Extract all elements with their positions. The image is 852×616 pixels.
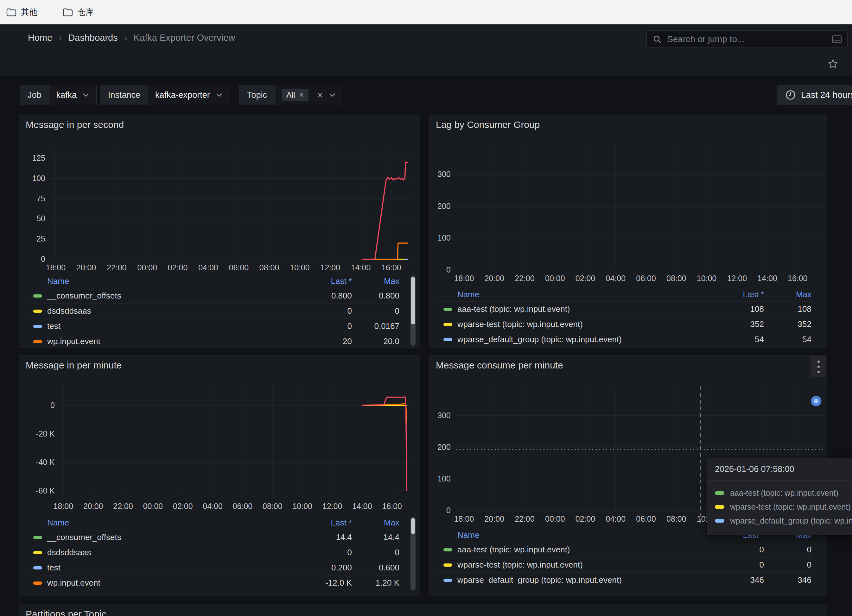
legend-series-name[interactable]: dsdsddsaas [47,306,91,316]
topic-clear-icon[interactable]: × [317,90,323,100]
keyboard-shortcut-icon [832,35,841,43]
panel-title: Message in per minute [26,360,122,371]
kebab-icon [817,366,820,368]
legend-header-name[interactable]: Name [436,290,710,300]
instance-value: kafka-exporter [155,90,210,100]
legend-header-max[interactable]: Max [352,276,399,286]
chart-tooltip: 2026-01-06 07:58:00 aaa-test (topic: wp.… [707,458,852,535]
breadcrumb-dashboards[interactable]: Dashboards [68,33,118,43]
legend-series-name[interactable]: dsdsddsaas [47,548,91,557]
topic-select[interactable]: All × × [275,85,343,105]
legend-series[interactable]: dsdsddsaas [26,548,298,557]
legend-last-value: 346 [710,575,764,585]
variable-control-job: Job kafka [20,85,97,105]
x-axis-label: 18:00 [41,263,70,272]
legend-series[interactable]: test [26,563,298,572]
legend-header-name[interactable]: Name [436,530,710,540]
legend-scrollbar[interactable] [411,517,415,590]
legend-message-consume-per-minute: NameLast *Maxaaa-test (topic: wp.input.e… [436,528,811,587]
legend-series-name[interactable]: test [47,321,60,331]
legend-series-name[interactable]: wparse_default_group (topic: wp.input.ev… [457,334,622,344]
topic-pill-label: All [286,90,295,100]
legend-series-name[interactable]: __consumer_offsets [47,291,121,301]
legend-series-name[interactable]: wparse_default_group (topic: wp.input.ev… [457,575,622,585]
x-axis-label: 18:00 [449,274,479,283]
legend-header-name[interactable]: Name [26,518,298,528]
x-axis-label: 06:00 [631,514,661,524]
legend-series[interactable]: wp.input.event [26,336,298,346]
legend-scrollbar[interactable] [411,275,415,346]
bookmark-folder-other[interactable]: 其他 [1,3,43,21]
legend-series[interactable]: wp.input.event [26,578,298,588]
x-axis-label: 02:00 [571,274,600,283]
legend-header-last[interactable]: Last * [710,290,764,300]
y-axis-label: 0 [413,506,451,515]
legend-series[interactable]: wparse-test (topic: wp.input.event) [436,560,710,570]
favorite-star-button[interactable] [826,57,840,71]
legend-max-value: 0.600 [352,563,399,572]
x-axis-label: 22:00 [510,274,539,283]
legend-last-value: 0 [298,321,352,331]
x-axis-label: 04:00 [601,274,630,283]
series-color-chip [715,519,724,523]
instance-select[interactable]: kafka-exporter [148,85,230,105]
legend-series[interactable]: wparse_default_group (topic: wp.input.ev… [436,575,710,585]
series-color-chip [33,325,42,328]
chart-message-in-per-minute[interactable]: 18:0020:0022:0000:0002:0004:0006:0008:00… [60,383,412,498]
legend-series-name[interactable]: wp.input.event [47,336,100,346]
chart-lag-by-consumer-group[interactable]: 18:0020:0022:0000:0002:0004:0006:0008:00… [456,145,825,270]
panel-title: Message in per second [26,119,124,130]
legend-series[interactable]: dsdsddsaas [26,306,298,316]
x-axis-label: 10:00 [285,263,314,272]
legend-series[interactable]: aaa-test (topic: wp.input.event) [436,304,710,314]
legend-row: aaa-test (topic: wp.input.event)00 [436,542,811,557]
top-nav: Home › Dashboards › Kafka Exporter Overv… [0,24,852,51]
breadcrumb-home[interactable]: Home [28,33,52,43]
legend-max-value: 0.0167 [352,321,399,331]
bookmark-folder-repo[interactable]: 仓库 [57,3,100,21]
legend-series-name[interactable]: __consumer_offsets [47,532,121,542]
legend-header-max[interactable]: Max [764,290,811,300]
legend-series[interactable]: test [26,321,298,331]
legend-series-name[interactable]: wparse-test (topic: wp.input.event) [457,319,583,329]
legend-series[interactable]: __consumer_offsets [26,532,298,542]
y-axis-label: -40 K [17,458,55,467]
legend-series[interactable]: __consumer_offsets [26,291,298,301]
time-range-picker[interactable]: Last 24 hours [776,85,852,105]
clock-icon [785,90,796,100]
legend-series-name[interactable]: aaa-test (topic: wp.input.event) [457,304,570,314]
tooltip-series-row: aaa-test (topic: wp.input.event) [715,486,852,500]
bookmark-label: 其他 [21,7,37,18]
legend-series[interactable]: aaa-test (topic: wp.input.event) [436,545,710,554]
legend-header-max[interactable]: Max [352,518,399,528]
pill-close-icon[interactable]: × [299,91,304,99]
legend-series-name[interactable]: aaa-test (topic: wp.input.event) [457,545,570,554]
panel-lag-by-consumer-group: Lag by Consumer Group 18:0020:0022:0000:… [429,114,827,348]
legend-series-name[interactable]: wparse-test (topic: wp.input.event) [457,560,583,570]
x-axis-label: 04:00 [193,263,223,272]
legend-header-last[interactable]: Last * [298,276,352,286]
x-axis-label: 16:00 [376,263,406,272]
legend-series[interactable]: wparse_default_group (topic: wp.input.ev… [436,334,710,344]
search-input[interactable]: Search or jump to... [647,30,847,48]
legend-last-value: 0 [298,548,352,557]
job-select[interactable]: kafka [50,85,97,105]
y-axis-label: 75 [7,194,45,203]
legend-header-name[interactable]: Name [26,276,298,286]
topic-pill-all[interactable]: All × [282,89,308,101]
x-axis-label: 12:00 [316,263,345,272]
x-axis-label: 20:00 [480,514,509,524]
legend-series[interactable]: wparse-test (topic: wp.input.event) [436,319,710,329]
panel-menu-button[interactable] [811,356,826,377]
chart-message-in-per-second[interactable]: 18:0020:0022:0000:0002:0004:0006:0008:00… [51,145,412,259]
legend-series-name[interactable]: test [47,563,60,572]
scrollbar-thumb[interactable] [411,277,415,324]
legend-header-last[interactable]: Last * [298,518,352,528]
y-axis-label: 300 [413,170,451,179]
y-axis-label: 125 [7,154,45,163]
legend-last-value: 0.800 [298,291,352,301]
scrollbar-thumb[interactable] [411,518,415,534]
legend-last-value: 54 [710,334,764,344]
legend-series-name[interactable]: wp.input.event [47,578,100,588]
legend-max-value: 346 [764,575,811,585]
